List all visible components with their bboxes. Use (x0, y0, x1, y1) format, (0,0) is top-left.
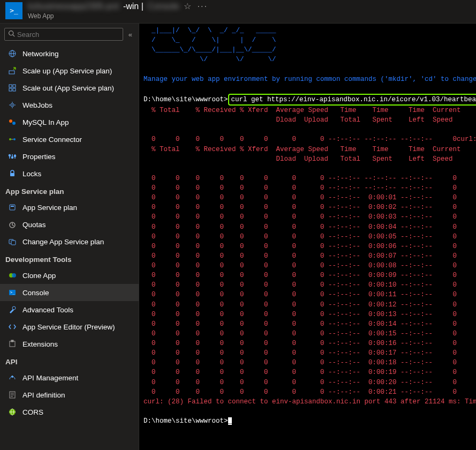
svg-point-14 (9, 138, 11, 140)
curl-header-2b: Dload Upload Total Spent Left Speed (143, 155, 453, 163)
curl-error-resolve: 0 0 0 0 0 0 0 0 --:--:-- --:--:-- --:--:… (143, 136, 476, 143)
search-icon (8, 30, 15, 39)
clone-icon (7, 271, 17, 280)
sidebar-item-locks[interactable]: Locks (0, 165, 139, 182)
svg-point-33 (12, 306, 16, 310)
ascii-art: _|___|/ \_/ \ _/ _/_ _____ / \_ / \| | /… (143, 27, 276, 63)
curl-header-2a: % Total % Received % Xferd Average Speed… (143, 146, 461, 153)
sidebar-item-label: API definition (22, 391, 65, 399)
apim-icon (7, 373, 17, 382)
tools-icon (7, 305, 17, 314)
sidebar-item-label: Locks (22, 170, 41, 178)
group-development-tools: Development Tools (0, 250, 139, 267)
page-title: kzbusinessapp2305-prd -win | Console ☆ ·… (28, 1, 471, 11)
svg-text:>_: >_ (10, 290, 15, 295)
sidebar-item-label: Advanced Tools (22, 306, 73, 314)
sidebar-item-label: App Service plan (22, 204, 77, 212)
cursor-icon: _ (228, 417, 232, 425)
sidebar-nav[interactable]: NetworkingScale up (App Service plan)Sca… (0, 45, 139, 450)
sidebar-item-networking[interactable]: Networking (0, 45, 139, 62)
webjobs-icon (7, 100, 17, 110)
sidebar-item-label: MySQL In App (22, 118, 69, 126)
editor-icon (7, 322, 17, 332)
sidebar-item-change-app-service-plan[interactable]: Change App Service plan (0, 233, 139, 250)
sidebar-item-scale-out-app-service-plan-[interactable]: Scale out (App Service plan) (0, 79, 139, 96)
resource-type-label: Web App (28, 12, 471, 20)
sidebar-item-label: API Management (22, 374, 78, 382)
quotas-icon (7, 220, 17, 229)
scale-out-icon (7, 83, 17, 93)
more-actions-icon[interactable]: ··· (195, 2, 210, 11)
svg-line-1 (13, 35, 14, 36)
svg-point-11 (12, 104, 13, 106)
curl-error-timeout: curl: (28) Failed to connect to einv-api… (143, 398, 476, 406)
sidebar-item-webjobs[interactable]: WebJobs (0, 96, 139, 114)
sidebar-item-label: Quotas (22, 221, 46, 229)
svg-rect-6 (9, 85, 12, 87)
sidebar-item-label: Clone App (22, 272, 56, 280)
svg-point-21 (12, 157, 13, 159)
connector-icon (7, 134, 17, 144)
title-section-blur: Console (148, 2, 179, 11)
prompt-line: D:\home\site\wwwroot>curl get https://ei… (143, 96, 476, 103)
lock-icon (7, 169, 17, 178)
svg-point-36 (12, 376, 13, 378)
change-plan-icon (7, 237, 17, 246)
sidebar-item-app-service-editor-preview-[interactable]: App Service Editor (Preview) (0, 318, 139, 335)
sidebar-item-scale-up-app-service-plan-[interactable]: Scale up (App Service plan) (0, 62, 139, 79)
console-output[interactable]: _|___|/ \_/ \ _/ _/_ _____ / \_ / \| | /… (139, 24, 476, 450)
sidebar-item-label: Extensions (22, 340, 58, 348)
sidebar-item-label: App Service Editor (Preview) (22, 323, 115, 331)
curl-progress-rows: 0 0 0 0 0 0 0 0 --:--:-- --:--:-- --:--:… (143, 175, 457, 396)
cors-icon (7, 407, 17, 417)
curl-header-1b: Dload Upload Total Spent Left Speed (143, 116, 453, 124)
sidebar: « NetworkingScale up (App Service plan)S… (0, 24, 139, 450)
svg-point-0 (9, 31, 13, 35)
manage-hint: Manage your web app environment by runni… (143, 76, 476, 83)
scale-up-icon (7, 66, 17, 76)
sidebar-item-label: CORS (22, 408, 43, 416)
svg-rect-9 (13, 88, 16, 91)
sidebar-item-advanced-tools[interactable]: Advanced Tools (0, 301, 139, 318)
title-mid: -win | (123, 2, 143, 11)
sidebar-item-mysql-in-app[interactable]: MySQL In App (0, 114, 139, 131)
sidebar-item-extensions[interactable]: Extensions (0, 335, 139, 352)
sidebar-item-clone-app[interactable]: Clone App (0, 267, 139, 284)
svg-point-20 (9, 155, 11, 156)
search-box[interactable] (4, 28, 123, 41)
sidebar-item-properties[interactable]: Properties (0, 148, 139, 165)
svg-point-15 (13, 138, 16, 140)
console-icon: >_ (7, 288, 17, 297)
prompt-line-2: D:\home\site\wwwroot>_ (143, 417, 232, 425)
svg-rect-24 (10, 205, 15, 210)
sidebar-item-label: Console (22, 289, 49, 297)
sidebar-item-label: Scale out (App Service plan) (22, 84, 114, 92)
svg-point-12 (9, 119, 12, 123)
sidebar-item-api-management[interactable]: API Management (0, 369, 139, 386)
svg-rect-28 (11, 241, 16, 245)
globe-icon (7, 49, 17, 58)
sidebar-item-label: Scale up (App Service plan) (22, 67, 112, 75)
sidebar-item-service-connector[interactable]: Service Connector (0, 131, 139, 148)
sidebar-item-app-service-plan[interactable]: App Service plan (0, 199, 139, 216)
search-input[interactable] (17, 31, 119, 39)
svg-rect-25 (11, 206, 14, 207)
webapp-icon: >_ (5, 2, 22, 19)
sidebar-item-quotas[interactable]: Quotas (0, 216, 139, 233)
command-highlight: curl get https://einv-apisandbox.nic.in/… (228, 94, 476, 106)
sidebar-item-label: Properties (22, 153, 56, 161)
favorite-star-icon[interactable]: ☆ (184, 1, 191, 11)
page-header: >_ kzbusinessapp2305-prd -win | Console … (0, 0, 476, 24)
svg-point-13 (12, 122, 16, 125)
group-api: API (0, 352, 139, 369)
svg-rect-7 (13, 85, 16, 87)
collapse-sidebar-icon[interactable]: « (126, 28, 134, 41)
sidebar-item-label: Change App Service plan (22, 238, 104, 246)
svg-rect-8 (9, 88, 12, 91)
sidebar-item-console[interactable]: >_Console (0, 284, 139, 301)
mysql-icon (7, 117, 17, 127)
sidebar-item-api-definition[interactable]: API definition (0, 386, 139, 403)
sidebar-item-label: WebJobs (22, 101, 52, 109)
sidebar-item-cors[interactable]: CORS (0, 403, 139, 421)
group-app-service-plan: App Service plan (0, 182, 139, 199)
